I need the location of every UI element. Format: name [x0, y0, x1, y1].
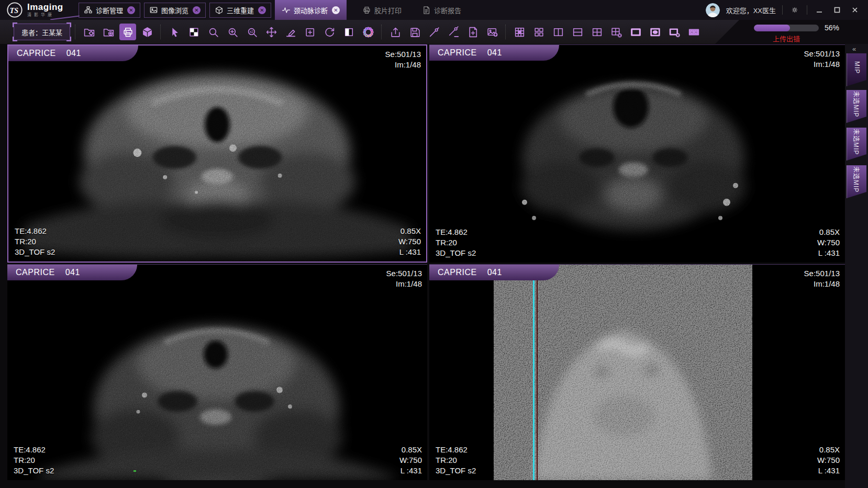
app-logo: TS Imaging 清影华康	[0, 2, 79, 18]
series-header: CAPRICE 041	[429, 45, 559, 61]
tab-label: 三维重建	[227, 5, 254, 15]
patient-selector[interactable]: 患者：王某某	[14, 24, 70, 40]
maximize-icon[interactable]	[831, 4, 843, 16]
acquisition-info: TE:4.862TR:203D_TOF s2	[436, 227, 476, 258]
save-icon[interactable]	[406, 24, 423, 40]
tab-image-browse[interactable]: 图像浏览 ✕	[144, 3, 206, 18]
export-up-icon[interactable]	[387, 24, 404, 40]
toolbar-group-view: x2	[166, 24, 376, 40]
zoom-2x-icon[interactable]: x2	[243, 24, 260, 40]
user-avatar[interactable]	[706, 3, 720, 17]
tab-diagnosis-report: 诊断报告	[417, 3, 466, 18]
viewport-panel-2[interactable]: CAPRICE 041 Se:501/13Im:1/48 TE:4.862TR:…	[429, 44, 845, 263]
device-name: CAPRICE	[438, 48, 477, 58]
image-icon	[149, 6, 158, 15]
acquisition-info: TE:4.862TR:203D_TOF s2	[14, 445, 54, 476]
viewport-panel-4[interactable]: CAPRICE 041 Se:501/13Im:1/48 TE:4.862TR:…	[429, 264, 845, 480]
upload-error-text[interactable]: 上传出错	[754, 33, 819, 43]
cursor-icon[interactable]	[166, 24, 183, 40]
divider	[381, 25, 382, 39]
shutter-rect-remove-icon[interactable]	[666, 24, 683, 40]
measure-icon[interactable]	[282, 24, 299, 40]
image-export-icon[interactable]	[484, 24, 500, 40]
upload-status-panel: 56% 上传出错	[715, 20, 868, 44]
printer-icon	[362, 6, 371, 15]
open-case-settings-icon[interactable]	[81, 24, 97, 40]
device-number: 041	[487, 48, 502, 58]
device-number: 041	[65, 268, 80, 277]
app-window: TS Imaging 清影华康 诊断管理 ✕ 图像浏览 ✕	[0, 0, 868, 488]
pan-icon[interactable]	[263, 24, 280, 40]
minimize-icon[interactable]	[814, 4, 825, 16]
series-header: CAPRICE 041	[429, 265, 559, 280]
tab-label: 胶片打印	[374, 5, 402, 15]
close-icon[interactable]: ✕	[193, 6, 201, 14]
sidebar-tab-mip[interactable]: MIP	[847, 53, 866, 86]
svg-text:x2: x2	[249, 29, 253, 33]
tab-carotid-diagnosis[interactable]: 颈动脉诊断 ✕	[275, 0, 347, 20]
print-icon[interactable]	[119, 24, 136, 40]
title-bar: TS Imaging 清影华康 诊断管理 ✕ 图像浏览 ✕	[0, 0, 868, 20]
sidebar-tab-unselected-mip-1[interactable]: 未选MIP	[847, 90, 866, 123]
window-level-icon[interactable]	[340, 24, 357, 40]
split-horizontal-icon[interactable]	[569, 24, 586, 40]
shutter-ellipse-icon[interactable]	[647, 24, 663, 40]
divider	[75, 25, 76, 39]
logo-icon: TS	[6, 2, 23, 18]
series-image-info: Se:501/13Im:1/48	[386, 268, 422, 289]
reference-line-shadow	[537, 265, 538, 480]
add-region-icon[interactable]	[302, 24, 318, 40]
grid-2x2-icon[interactable]	[588, 24, 605, 40]
close-window-icon[interactable]	[849, 4, 861, 16]
probe-remove-icon[interactable]	[445, 24, 462, 40]
mpr-3d-cube-icon[interactable]	[139, 24, 155, 40]
acquisition-info: TE:4.862TR:203D_TOF s2	[436, 445, 476, 476]
sidebar-tab-unselected-mip-2[interactable]: 未选MIP	[847, 128, 866, 161]
shutter-rect-icon[interactable]	[627, 24, 644, 40]
reference-line[interactable]	[533, 265, 535, 480]
probe-icon[interactable]	[426, 24, 442, 40]
mri-image-axial-3	[7, 265, 427, 480]
close-icon[interactable]: ✕	[127, 6, 135, 14]
tab-film-print: 胶片打印	[358, 3, 406, 18]
display-info: 0.85XW:750L :431	[817, 227, 840, 258]
welcome-text: 欢迎您，XX医生	[726, 5, 776, 15]
viewport-panel-1[interactable]: CAPRICE 041 Se:501/13Im:1/48 TE:4.862TR:…	[7, 44, 427, 263]
grid-3x3-icon[interactable]	[511, 24, 528, 40]
report-add-icon[interactable]	[464, 24, 481, 40]
rotate-icon[interactable]	[321, 24, 338, 40]
close-icon[interactable]: ✕	[332, 6, 340, 14]
divider	[782, 5, 783, 15]
toolbar-group-io	[387, 24, 500, 40]
sidebar-tab-unselected-mip-3[interactable]: 未选MIP	[847, 165, 866, 198]
zoom-in-icon[interactable]	[224, 24, 241, 40]
collapse-sidebar-icon[interactable]: «	[852, 45, 855, 53]
checkerboard-layout-icon[interactable]	[185, 24, 202, 40]
cube-icon	[215, 6, 224, 15]
tab-diagnosis-management[interactable]: 诊断管理 ✕	[79, 3, 140, 18]
viewport-panel-3[interactable]: CAPRICE 041 Se:501/13Im:1/48 TE:4.862TR:…	[7, 264, 427, 480]
tab-3d-reconstruction[interactable]: 三维重建 ✕	[209, 3, 271, 18]
toolbar: 患者：王某某	[0, 20, 868, 44]
grid-remove-icon[interactable]	[608, 24, 625, 40]
split-vertical-icon[interactable]	[550, 24, 566, 40]
device-name: CAPRICE	[438, 268, 477, 277]
acquisition-info: TE:4.862TR:203D_TOF s2	[15, 226, 55, 257]
color-palette-icon[interactable]	[360, 24, 376, 40]
report-icon	[422, 6, 431, 15]
open-case-add-icon[interactable]	[100, 24, 117, 40]
grid-2x2-small-icon[interactable]	[530, 24, 547, 40]
search-icon[interactable]	[205, 24, 221, 40]
close-icon[interactable]: ✕	[258, 6, 266, 14]
settings-gear-icon[interactable]	[789, 4, 800, 16]
series-image-info: Se:501/13Im:1/48	[804, 49, 840, 70]
orientation-marker	[133, 470, 136, 472]
divider	[160, 25, 161, 39]
waveform-icon	[282, 6, 291, 15]
display-info: 0.85XW:750L :431	[398, 226, 421, 257]
main-tabs: 诊断管理 ✕ 图像浏览 ✕ 三维重建 ✕ 颈动	[79, 0, 466, 20]
filmstrip-icon[interactable]	[685, 24, 702, 40]
display-info: 0.85XW:750L :431	[817, 445, 840, 476]
device-number: 041	[66, 49, 81, 58]
upload-percent: 56%	[825, 24, 839, 32]
